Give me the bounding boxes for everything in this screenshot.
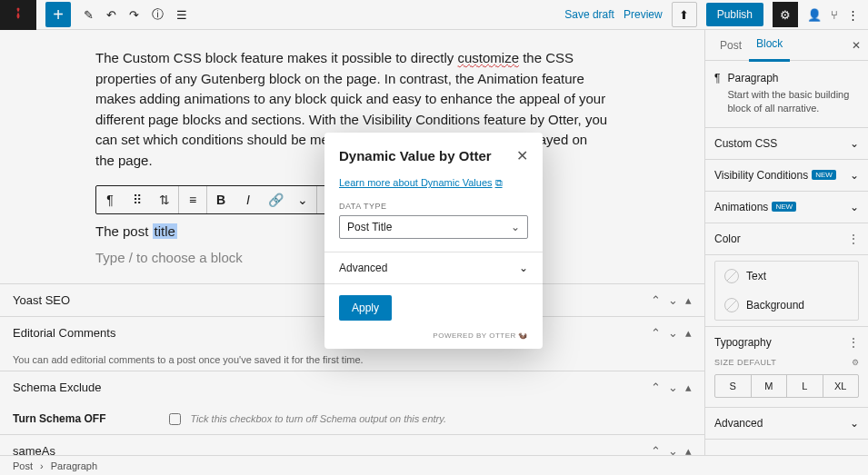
schemapro-icon[interactable]: ⑂ [831,8,838,22]
powered-by: POWERED BY OTTER 🦦 [324,332,543,349]
align-icon[interactable]: ≡ [179,186,206,213]
size-l[interactable]: L [787,375,823,397]
color-row[interactable]: Color⋮ [705,223,868,255]
size-settings-icon[interactable]: ⚙ [852,358,860,367]
data-type-select[interactable]: Post Title⌄ [339,215,528,239]
publish-button[interactable]: Publish [706,3,763,26]
drag-icon[interactable]: ⠿ [124,186,151,213]
otter-icon[interactable]: ⬆ [672,2,697,27]
block-info: ¶ Paragraph Start with the basic buildin… [705,61,868,128]
external-link-icon: ⧉ [495,177,503,189]
modal-advanced-row[interactable]: Advanced⌄ [324,252,543,284]
custom-css-row[interactable]: Custom CSS⌄ [705,128,868,160]
save-draft-button[interactable]: Save draft [564,8,614,21]
italic-icon[interactable]: I [234,186,262,213]
collapse-up-icon[interactable]: ⌃ [651,293,661,307]
color-swatch-icon [724,269,739,283]
settings-sidebar: Post Block ✕ ¶ Paragraph Start with the … [704,30,868,455]
more-menu-icon[interactable]: ⋮ [847,8,859,22]
add-block-button[interactable]: + [45,2,71,27]
preview-button[interactable]: Preview [624,8,663,21]
chevron-right-icon: › [40,460,44,471]
move-icon[interactable]: ⇅ [151,186,178,213]
sameas-panel[interactable]: sameAs ⌃⌄▴ [0,434,704,455]
schema-checkbox[interactable] [169,413,181,425]
modal-title: Dynamic Value by Otter [339,148,492,163]
close-modal-icon[interactable]: ✕ [516,147,528,164]
outline-icon[interactable]: ☰ [176,8,187,22]
collapse-down-icon[interactable]: ⌄ [668,293,678,307]
settings-icon[interactable]: ⚙ [773,2,798,27]
visibility-row[interactable]: Visibility ConditionsNEW⌄ [705,160,868,192]
text-color-row[interactable]: Text [715,262,858,291]
size-buttons: S M L XL [714,374,859,398]
block-toolbar: ¶⠿⇅ ≡ BI🔗⌄ ⋮ [95,185,345,214]
tab-post[interactable]: Post [713,30,749,61]
editorial-desc: You can add editorial comments to a post… [0,349,704,371]
undo-icon[interactable]: ↶ [106,8,116,22]
crumb-paragraph[interactable]: Paragraph [51,460,97,471]
tab-block[interactable]: Block [749,28,790,62]
redo-icon[interactable]: ↷ [129,8,139,22]
close-sidebar-icon[interactable]: ✕ [852,39,861,52]
edit-icon[interactable]: ✎ [84,8,94,22]
animations-row[interactable]: AnimationsNEW⌄ [705,192,868,223]
wp-logo[interactable] [0,0,36,30]
yoast-icon[interactable]: 👤 [807,8,822,22]
bg-color-row[interactable]: Background [715,291,858,320]
chevron-down-icon: ⌄ [511,221,520,233]
info-icon[interactable]: ⓘ [152,6,164,23]
top-toolbar: + ✎ ↶ ↷ ⓘ ☰ Save draft Preview ⬆ Publish… [0,0,868,30]
dynamic-value-modal: Dynamic Value by Otter ✕ Learn more abou… [324,133,543,349]
advanced-row[interactable]: Advanced⌄ [705,407,868,440]
schema-panel[interactable]: Schema Exclude ⌃⌄▴ [0,371,704,403]
paragraph-icon: ¶ [714,72,720,116]
learn-more-link[interactable]: Learn more about Dynamic Values ⧉ [339,177,503,189]
size-m[interactable]: M [752,375,788,397]
size-xl[interactable]: XL [823,375,859,397]
panel-menu-icon[interactable]: ▴ [685,293,692,307]
chevron-down-icon: ⌄ [519,262,528,274]
chevron-down-icon[interactable]: ⌄ [289,186,316,213]
breadcrumb: Post › Paragraph [0,455,868,475]
schema-toggle-row: Turn Schema OFF Tick this checkbox to tu… [0,403,704,434]
size-s[interactable]: S [715,375,752,397]
link-icon[interactable]: 🔗 [262,186,289,213]
typography-row[interactable]: Typography⋮ [705,326,868,358]
data-type-label: DATA TYPE [339,202,528,211]
apply-button[interactable]: Apply [339,295,392,321]
paragraph-type-icon[interactable]: ¶ [96,186,124,213]
crumb-post[interactable]: Post [13,460,33,471]
bold-icon[interactable]: B [207,186,234,213]
color-swatch-icon [724,298,739,312]
size-label: SIZE DEFAULT⚙ [705,358,868,374]
